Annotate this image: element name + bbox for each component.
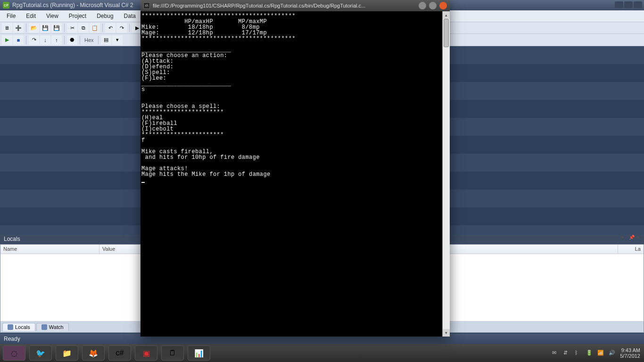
open-folder-icon[interactable]: 📂 [29, 23, 39, 33]
tray-bluetooth-icon[interactable]: ᛒ [575, 350, 581, 356]
continue-icon[interactable]: ▶ [2, 35, 12, 45]
locals-panel-controls: ▾ 📌 ✕ [621, 235, 643, 241]
console-window: c\ file:///D:/Programming101/CSHARP/RpgT… [140, 0, 450, 337]
tray-updown-icon[interactable]: ⇵ [563, 350, 570, 356]
scroll-up-icon[interactable]: ▴ [443, 11, 450, 19]
step-out-icon[interactable]: ↑ [51, 35, 62, 45]
launcher-pdf-icon[interactable]: ▣ [135, 346, 157, 361]
save-all-icon[interactable]: 💾 [51, 23, 62, 33]
console-window-title: file:///D:/Programming101/CSHARP/RpgTuto… [153, 3, 419, 8]
console-maximize-icon[interactable] [429, 2, 437, 9]
scroll-down-icon[interactable]: ▾ [443, 329, 450, 337]
menu-edit[interactable]: Edit [21, 12, 41, 20]
taskbar: ◌ 🐦 📁 🦊 c# ▣ 🗒 📊 ✉ ⇵ ᛒ 🔋 📶 🔊 9:43 AM 5/7… [0, 344, 644, 362]
locals-col-language[interactable]: La [618, 245, 644, 254]
menu-view[interactable]: View [41, 12, 63, 20]
save-icon[interactable]: 💾 [40, 23, 50, 33]
new-project-icon[interactable]: 🗎 [2, 23, 12, 33]
redo-icon[interactable]: ↷ [116, 23, 127, 33]
vs-window-title: RpgTutorial.cs (Running) - Microsoft Vis… [12, 2, 133, 8]
launcher-files-icon[interactable]: 📁 [56, 346, 78, 361]
breakpoint-icon[interactable]: ⬣ [67, 35, 77, 45]
launcher-pidgin-icon[interactable]: 🐦 [29, 346, 52, 361]
dropdown-icon[interactable]: ▾ [112, 35, 123, 45]
step-over-icon[interactable]: ↷ [29, 35, 39, 45]
console-close-icon[interactable] [439, 2, 447, 9]
console-output[interactable]: ****************************************… [140, 11, 450, 337]
stop-icon[interactable]: ■ [13, 35, 24, 45]
launcher-monitor-icon[interactable]: 📊 [188, 346, 210, 361]
launcher-text-icon[interactable]: 🗒 [161, 346, 184, 361]
tab-locals-label: Locals [15, 324, 30, 330]
launcher-firefox-icon[interactable]: 🦊 [82, 346, 105, 361]
vs-close-icon[interactable] [634, 1, 642, 8]
copy-icon[interactable]: ⧉ [78, 23, 89, 33]
cut-icon[interactable]: ✂ [67, 23, 77, 33]
console-cursor [141, 182, 145, 183]
panel-close-icon[interactable]: ✕ [636, 235, 643, 241]
menu-file[interactable]: File [2, 12, 20, 20]
menu-data[interactable]: Data [119, 12, 140, 20]
console-titlebar[interactable]: c\ file:///D:/Programming101/CSHARP/RpgT… [140, 0, 450, 11]
panel-pin-icon[interactable]: 📌 [629, 235, 636, 241]
tray-mail-icon[interactable]: ✉ [552, 350, 559, 356]
undo-icon[interactable]: ↶ [105, 23, 116, 33]
tray-battery-icon[interactable]: 🔋 [586, 350, 593, 356]
vs-maximize-icon[interactable] [624, 1, 633, 8]
tab-watch-label: Watch [49, 324, 64, 330]
vs-minimize-icon[interactable] [615, 1, 623, 8]
tab-locals[interactable]: Locals [2, 323, 35, 331]
launcher-ubuntu-icon[interactable]: ◌ [3, 346, 25, 361]
launcher-csharp-icon[interactable]: c# [108, 346, 131, 361]
tray-date: 5/7/2012 [620, 353, 640, 359]
tab-watch[interactable]: Watch [36, 323, 69, 331]
console-app-icon: c\ [143, 2, 150, 9]
paste-icon[interactable]: 📋 [90, 23, 100, 33]
add-item-icon[interactable]: ➕ [13, 23, 24, 33]
tray-clock[interactable]: 9:43 AM 5/7/2012 [620, 347, 640, 359]
menu-project[interactable]: Project [64, 12, 91, 20]
tray-time: 9:43 AM [620, 347, 640, 353]
tray-wifi-icon[interactable]: 📶 [597, 350, 604, 356]
vs-app-icon: c# [3, 2, 9, 8]
console-minimize-icon[interactable] [419, 2, 426, 9]
tray-volume-icon[interactable]: 🔊 [609, 350, 615, 356]
menu-debug[interactable]: Debug [92, 12, 118, 20]
step-into-icon[interactable]: ↓ [40, 35, 50, 45]
panel-dropdown-icon[interactable]: ▾ [621, 235, 628, 241]
locals-col-name[interactable]: Name [0, 245, 99, 254]
status-text: Ready [4, 336, 20, 342]
watch-tab-icon [41, 324, 47, 330]
system-tray: ✉ ⇵ ᛒ 🔋 📶 🔊 9:43 AM 5/7/2012 [552, 344, 640, 362]
hex-toggle[interactable]: Hex [83, 37, 96, 43]
output-icon[interactable]: ▤ [101, 35, 111, 45]
locals-tab-icon [8, 324, 13, 330]
scroll-thumb[interactable] [444, 19, 449, 47]
console-scrollbar[interactable]: ▴ ▾ [442, 11, 450, 337]
